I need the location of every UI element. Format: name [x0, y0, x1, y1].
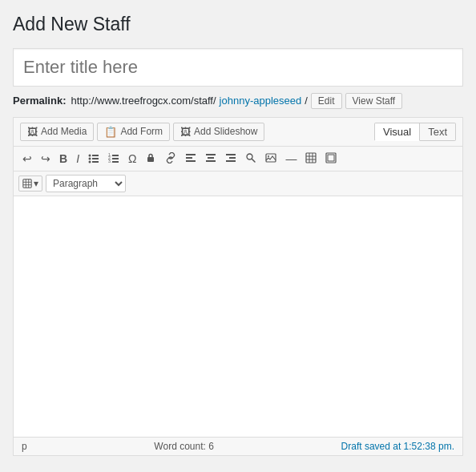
media-toolbar: 🖼 Add Media 📋 Add Form 🖼 Add Slideshow V… — [14, 118, 462, 147]
svg-rect-9 — [112, 158, 119, 159]
permalink-slug: johnny-appleseed — [220, 95, 302, 107]
editor-footer: p Word count: 6 Draft saved at 1:52:38 p… — [14, 437, 462, 455]
permalink-row: Permalink: http://www.treefrogcx.com/sta… — [13, 93, 463, 109]
draft-time: 1:52:38 pm — [404, 441, 452, 452]
svg-rect-5 — [92, 161, 99, 163]
word-count: Word count: 6 — [154, 441, 214, 452]
search-button[interactable] — [241, 150, 260, 167]
svg-rect-20 — [229, 157, 236, 159]
permalink-label: Permalink: — [13, 95, 66, 107]
format-toolbar: ↩ ↪ B I 1. 2. 3. — [14, 147, 462, 171]
fullscreen-button[interactable] — [321, 150, 341, 167]
add-form-button[interactable]: 📋 Add Form — [97, 123, 170, 141]
svg-rect-13 — [186, 154, 196, 155]
title-input[interactable] — [13, 48, 463, 87]
format-toolbar-row2: ▾ Paragraph Heading 1 Heading 2 Heading … — [14, 171, 462, 196]
svg-rect-11 — [112, 161, 119, 163]
paragraph-select[interactable]: Paragraph Heading 1 Heading 2 Heading 3 … — [46, 175, 126, 192]
undo-button[interactable]: ↩ — [18, 151, 36, 167]
permalink-view-staff-button[interactable]: View Staff — [345, 93, 403, 109]
svg-point-22 — [247, 154, 252, 159]
ol-button[interactable]: 1. 2. 3. — [104, 150, 123, 167]
editor-tag: p — [22, 441, 27, 452]
svg-point-25 — [268, 155, 269, 157]
editor-content[interactable] — [14, 196, 462, 437]
lock-button[interactable] — [141, 150, 160, 167]
svg-rect-15 — [186, 160, 196, 162]
slideshow-icon: 🖼 — [180, 126, 191, 138]
svg-rect-14 — [186, 157, 192, 159]
svg-rect-12 — [147, 157, 154, 162]
bold-button[interactable]: B — [55, 151, 71, 167]
permalink-base-url: http://www.treefrogcx.com/staff/ — [71, 95, 216, 107]
media-icon: 🖼 — [27, 126, 38, 138]
svg-rect-3 — [92, 158, 99, 159]
svg-rect-26 — [306, 153, 316, 163]
add-media-button[interactable]: 🖼 Add Media — [20, 123, 94, 141]
tab-text[interactable]: Text — [420, 123, 456, 141]
svg-rect-17 — [208, 157, 214, 159]
kitchen-sink-button[interactable]: ▾ — [18, 175, 42, 192]
svg-point-4 — [89, 160, 91, 163]
svg-rect-16 — [206, 154, 216, 155]
permalink-slash: / — [305, 95, 308, 107]
italic-button[interactable]: I — [72, 151, 83, 167]
svg-rect-19 — [226, 154, 236, 155]
svg-rect-1 — [92, 155, 99, 156]
editor-tab-group: Visual Text — [374, 123, 456, 141]
word-count-label: Word count: — [154, 441, 205, 452]
add-media-label: Add Media — [41, 126, 87, 137]
align-right-button[interactable] — [221, 150, 240, 167]
image-button[interactable] — [261, 150, 280, 167]
word-count-value: 6 — [208, 441, 214, 452]
add-slideshow-label: Add Slideshow — [194, 126, 257, 137]
permalink-edit-button[interactable]: Edit — [311, 93, 342, 109]
draft-label: Draft saved at — [341, 441, 401, 452]
link-button[interactable] — [161, 150, 180, 167]
form-icon: 📋 — [104, 126, 117, 138]
hr-button[interactable]: — — [281, 151, 301, 167]
svg-rect-7 — [112, 155, 119, 156]
align-center-button[interactable] — [201, 150, 220, 167]
tab-visual[interactable]: Visual — [374, 123, 420, 141]
redo-button[interactable]: ↪ — [37, 151, 54, 167]
add-slideshow-button[interactable]: 🖼 Add Slideshow — [173, 123, 264, 141]
table-button[interactable] — [301, 150, 321, 167]
draft-period: . — [452, 441, 454, 452]
svg-rect-32 — [328, 155, 334, 161]
align-left-button[interactable] — [181, 150, 200, 167]
svg-point-2 — [89, 157, 91, 159]
svg-rect-18 — [206, 160, 216, 162]
kitchen-sink-dropdown-icon: ▾ — [34, 178, 38, 189]
svg-rect-21 — [226, 160, 236, 162]
svg-rect-33 — [23, 180, 31, 188]
add-form-label: Add Form — [120, 126, 163, 137]
svg-line-23 — [252, 159, 256, 162]
draft-saved: Draft saved at 1:52:38 pm. — [341, 441, 454, 452]
editor-wrapper: 🖼 Add Media 📋 Add Form 🖼 Add Slideshow V… — [13, 117, 463, 456]
page-title: Add New Staff — [13, 13, 463, 37]
svg-point-0 — [89, 154, 91, 156]
ul-button[interactable] — [84, 150, 103, 167]
special-chars-button[interactable]: Ω — [124, 151, 140, 167]
svg-text:3.: 3. — [108, 159, 111, 163]
